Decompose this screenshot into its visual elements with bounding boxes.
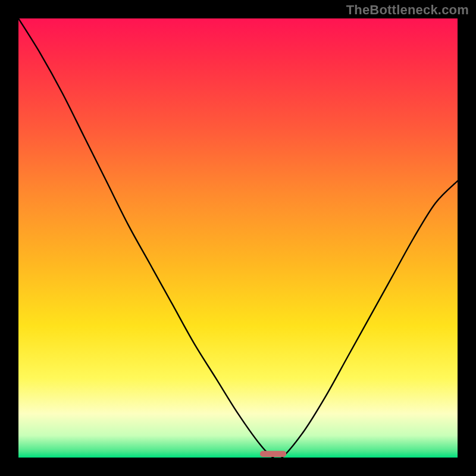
chart-frame: TheBottleneck.com (0, 0, 476, 476)
watermark-label: TheBottleneck.com (346, 2, 469, 18)
trough-marker (260, 451, 286, 457)
plot-area (18, 18, 458, 458)
curve-layer (18, 18, 458, 458)
bottleneck-curve-path (18, 18, 458, 458)
